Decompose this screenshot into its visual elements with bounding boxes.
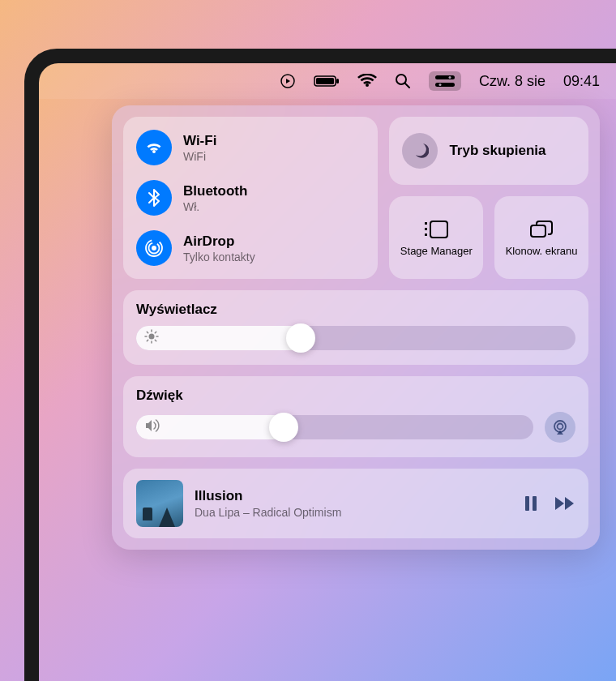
menubar-time[interactable]: 09:41 <box>563 73 600 90</box>
focus-label: Tryb skupienia <box>449 143 545 159</box>
svg-rect-17 <box>531 225 545 237</box>
spotlight-icon[interactable] <box>395 73 411 89</box>
cc-top-row: Wi-Fi WiFi Bluetooth Wł. <box>123 117 588 279</box>
screen-mirror-label: Klonow. ekranu <box>506 246 578 258</box>
sound-tile: Dźwięk <box>123 376 588 457</box>
bluetooth-title: Bluetooth <box>183 183 247 199</box>
volume-slider[interactable] <box>136 415 533 439</box>
svg-point-4 <box>396 75 406 84</box>
svg-line-5 <box>405 84 409 88</box>
stage-manager-icon <box>423 218 449 241</box>
small-tiles-row: Stage Manager Klonow. ekranu <box>389 196 588 279</box>
now-playing-icon[interactable] <box>280 73 296 89</box>
svg-point-9 <box>438 84 441 86</box>
svg-point-10 <box>152 246 156 251</box>
screen: Czw. 8 sie 09:41 Wi-Fi WiFi <box>39 63 616 681</box>
wifi-text: Wi-Fi WiFi <box>183 133 216 163</box>
brightness-icon <box>144 329 159 347</box>
display-label: Wyświetlacz <box>136 302 575 318</box>
svg-line-26 <box>155 332 156 332</box>
svg-rect-16 <box>430 221 447 238</box>
speaker-icon <box>144 419 160 435</box>
wifi-toggle[interactable]: Wi-Fi WiFi <box>136 130 365 165</box>
volume-thumb[interactable] <box>269 413 298 442</box>
svg-rect-14 <box>425 228 427 230</box>
svg-line-23 <box>147 332 148 332</box>
bluetooth-subtitle: Wł. <box>183 200 247 213</box>
stage-manager-tile[interactable]: Stage Manager <box>389 196 483 279</box>
svg-rect-8 <box>435 83 455 87</box>
wifi-icon[interactable] <box>357 74 377 88</box>
menubar: Czw. 8 sie 09:41 <box>39 63 616 99</box>
svg-rect-2 <box>316 78 334 84</box>
control-center: Wi-Fi WiFi Bluetooth Wł. <box>112 105 600 550</box>
cc-right-column: Tryb skupienia Stage Manager <box>389 117 588 279</box>
media-artist: Dua Lipa – Radical Optimism <box>195 506 512 519</box>
screen-mirror-tile[interactable]: Klonow. ekranu <box>494 196 588 279</box>
screen-mirror-icon <box>529 218 554 241</box>
svg-point-28 <box>558 424 563 430</box>
airdrop-toggle-icon <box>136 230 172 266</box>
battery-icon[interactable] <box>314 75 340 88</box>
album-artwork <box>136 480 183 527</box>
display-tile: Wyświetlacz <box>123 290 588 365</box>
svg-line-24 <box>155 340 156 340</box>
svg-rect-15 <box>425 233 427 236</box>
svg-rect-30 <box>533 496 537 511</box>
connectivity-tile: Wi-Fi WiFi Bluetooth Wł. <box>123 117 378 279</box>
wifi-toggle-icon <box>136 130 172 165</box>
pause-button[interactable] <box>524 495 538 512</box>
svg-point-27 <box>554 421 566 432</box>
wifi-title: Wi-Fi <box>183 133 216 149</box>
stage-manager-label: Stage Manager <box>400 246 473 258</box>
svg-rect-29 <box>525 496 529 511</box>
bluetooth-toggle-icon <box>136 180 172 216</box>
airplay-audio-button[interactable] <box>545 412 575 443</box>
media-title: Illusion <box>195 488 512 504</box>
svg-rect-13 <box>425 222 427 225</box>
media-info: Illusion Dua Lipa – Radical Optimism <box>195 488 512 519</box>
menubar-date[interactable]: Czw. 8 sie <box>479 73 545 90</box>
svg-rect-3 <box>336 79 339 84</box>
next-track-button[interactable] <box>554 496 575 511</box>
svg-line-25 <box>147 340 148 340</box>
brightness-thumb[interactable] <box>286 323 315 353</box>
svg-point-18 <box>149 334 155 340</box>
svg-rect-6 <box>435 75 455 79</box>
airdrop-toggle[interactable]: AirDrop Tylko kontakty <box>136 230 365 266</box>
airdrop-subtitle: Tylko kontakty <box>183 251 255 263</box>
airdrop-text: AirDrop Tylko kontakty <box>183 233 255 263</box>
moon-icon <box>402 133 438 169</box>
bluetooth-toggle[interactable]: Bluetooth Wł. <box>136 180 365 216</box>
svg-point-7 <box>448 76 451 79</box>
focus-tile[interactable]: Tryb skupienia <box>389 117 588 185</box>
wifi-subtitle: WiFi <box>183 150 216 163</box>
brightness-slider[interactable] <box>136 326 575 350</box>
airdrop-title: AirDrop <box>183 233 255 250</box>
device-frame: Czw. 8 sie 09:41 Wi-Fi WiFi <box>24 49 616 681</box>
now-playing-tile[interactable]: Illusion Dua Lipa – Radical Optimism <box>123 469 588 538</box>
media-controls <box>524 495 575 512</box>
bluetooth-text: Bluetooth Wł. <box>183 183 247 213</box>
sound-label: Dźwięk <box>136 388 575 404</box>
control-center-icon[interactable] <box>429 71 461 91</box>
